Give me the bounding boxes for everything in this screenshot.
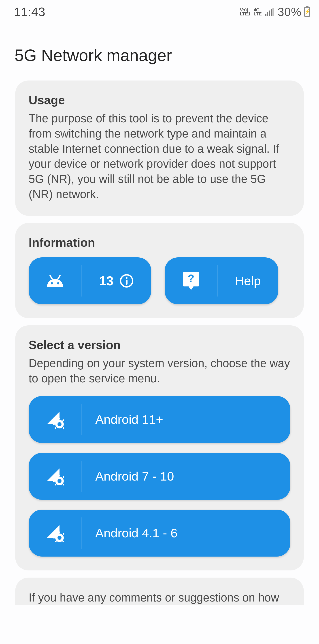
svg-rect-4 bbox=[126, 280, 128, 285]
android-version-button[interactable]: 13 bbox=[29, 258, 151, 304]
android-icon bbox=[29, 258, 81, 304]
select-body: Depending on your system version, choose… bbox=[29, 356, 290, 386]
battery-percent: 30% bbox=[278, 5, 301, 18]
volte-icon: Vo))LTE1 bbox=[240, 8, 250, 16]
version-option-label: Android 7 - 10 bbox=[81, 469, 290, 484]
svg-point-17 bbox=[58, 479, 62, 483]
svg-point-1 bbox=[57, 282, 59, 284]
svg-line-12 bbox=[55, 420, 56, 421]
select-version-card: Select a version Depending on your syste… bbox=[15, 325, 304, 570]
battery-icon bbox=[304, 7, 310, 17]
svg-line-13 bbox=[63, 428, 64, 429]
feedback-card: If you have any comments or suggestions … bbox=[15, 578, 304, 605]
status-bar: 11:43 Vo))LTE1 4GLTE 30% bbox=[0, 0, 319, 19]
help-button[interactable]: ? Help bbox=[165, 258, 278, 304]
page-title: 5G Network manager bbox=[0, 19, 319, 65]
usage-card: Usage The purpose of this tool is to pre… bbox=[15, 80, 304, 216]
signal-icon bbox=[265, 8, 273, 16]
svg-line-15 bbox=[63, 420, 64, 421]
svg-line-22 bbox=[55, 476, 56, 478]
4g-lte-icon: 4GLTE bbox=[254, 8, 262, 16]
info-icon bbox=[120, 274, 134, 288]
svg-line-35 bbox=[63, 533, 64, 534]
svg-point-3 bbox=[126, 277, 128, 279]
information-heading: Information bbox=[29, 236, 290, 249]
feedback-body: If you have any comments or suggestions … bbox=[29, 590, 290, 605]
svg-point-7 bbox=[58, 422, 62, 426]
status-time: 11:43 bbox=[14, 4, 45, 19]
select-heading: Select a version bbox=[29, 338, 290, 352]
signal-settings-icon bbox=[29, 510, 81, 556]
usage-body: The purpose of this tool is to prevent t… bbox=[29, 111, 290, 202]
android-version-value: 13 bbox=[99, 273, 114, 288]
svg-line-14 bbox=[55, 428, 56, 429]
information-card: Information 13 ? Help bbox=[15, 223, 304, 318]
svg-point-0 bbox=[51, 282, 53, 284]
version-option-android-11[interactable]: Android 11+ bbox=[29, 396, 290, 443]
svg-line-34 bbox=[55, 541, 56, 542]
status-right: Vo))LTE1 4GLTE 30% bbox=[240, 5, 310, 18]
svg-text:?: ? bbox=[188, 272, 194, 284]
help-icon: ? bbox=[165, 258, 217, 304]
svg-point-27 bbox=[58, 536, 62, 540]
svg-line-32 bbox=[55, 533, 56, 534]
version-option-label: Android 4.1 - 6 bbox=[81, 526, 290, 540]
version-option-android-7-10[interactable]: Android 7 - 10 bbox=[29, 453, 290, 500]
signal-settings-icon bbox=[29, 453, 81, 500]
usage-heading: Usage bbox=[29, 93, 290, 107]
svg-line-23 bbox=[63, 484, 64, 486]
version-option-android-4-6[interactable]: Android 4.1 - 6 bbox=[29, 510, 290, 556]
signal-settings-icon bbox=[29, 396, 81, 443]
help-label: Help bbox=[217, 274, 278, 288]
svg-line-24 bbox=[55, 484, 56, 486]
svg-line-33 bbox=[63, 541, 64, 542]
svg-line-25 bbox=[63, 476, 64, 478]
version-option-label: Android 11+ bbox=[81, 412, 290, 427]
